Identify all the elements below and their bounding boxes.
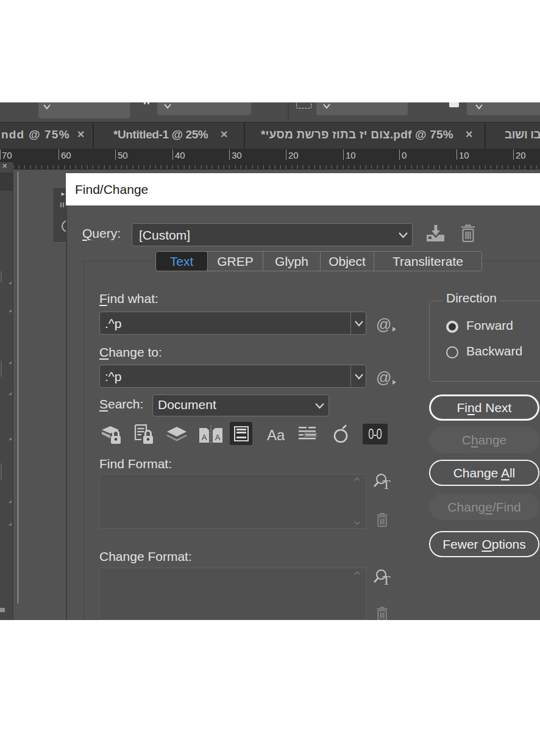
svg-text:A: A <box>202 433 207 442</box>
svg-text:A: A <box>215 433 221 442</box>
svg-text:T: T <box>382 572 391 588</box>
svg-text:T: T <box>382 477 391 492</box>
